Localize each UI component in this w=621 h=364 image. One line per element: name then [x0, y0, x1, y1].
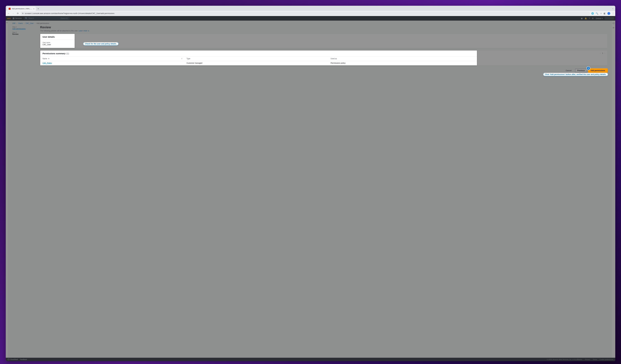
extensions-icon[interactable]: ◧ [604, 12, 606, 15]
breadcrumb: IAM › Users › C4C_User › Add permissions [8, 21, 612, 25]
permissions-table: Name ⧉ ▽ Type Used as [40, 57, 477, 65]
cloudshell-top-icon[interactable]: ▣ [581, 17, 583, 19]
callout-click-add: Click 'Add permissions' button after, ve… [543, 73, 608, 76]
aws-search[interactable]: 🔍 Search [Option+S] [24, 17, 69, 20]
aws-body: ≡ IAM › Users › C4C_User › Add permissio… [6, 21, 615, 358]
policy-type: Customer managed [187, 62, 331, 64]
cookies-link[interactable]: Cookie preferences [600, 359, 613, 360]
copyright: © 2024, Amazon Web Services, Inc. or its… [547, 359, 582, 360]
aws-top-right: ▣ 🔔 ? ⚙ Global ▾ [581, 17, 614, 20]
step-1: Step 1 Add permissions [12, 26, 37, 30]
wizard-row: Step 1 Add permissions Step 2 Review Rev… [8, 25, 612, 76]
services-menu[interactable]: Services [13, 17, 22, 19]
account-menu[interactable] [605, 17, 614, 20]
learn-more-label: Learn more [78, 30, 87, 32]
kebab-menu-icon[interactable]: ⋮ [612, 12, 614, 15]
bookmark-icon[interactable]: ☆ [600, 12, 602, 15]
col-name[interactable]: Name ⧉ ▽ [43, 58, 187, 60]
col-type-label: Type [187, 58, 190, 60]
page-title: Review [40, 25, 607, 29]
browser-window: Add permissions | IAM | Glob × + ⌄ ← → ⟳… [6, 6, 615, 361]
action-row: Cancel Previous 5 Add permissions Click … [40, 68, 607, 74]
pager-page: 1 [602, 52, 603, 54]
user-details-header: User details [40, 34, 75, 40]
pager-prev-icon: ‹ [600, 52, 601, 54]
col-used[interactable]: Used as [330, 58, 475, 60]
cloudshell-icon [8, 359, 9, 360]
crumb-user[interactable]: C4C_User [26, 22, 34, 24]
step-label: Step 2 [12, 32, 37, 33]
permissions-summary-panel: ‹ 1 › Permissions summary (1) [40, 50, 607, 65]
region-selector[interactable]: Global ▾ [596, 17, 603, 19]
profile-avatar[interactable]: • [607, 12, 610, 15]
region-label: Global [596, 17, 601, 19]
notifications-icon[interactable]: 🔔 [585, 17, 587, 19]
col-name-label: Name [43, 58, 47, 60]
callout-check-details: Check for the user and policy details. [83, 42, 119, 46]
nav-back-icon[interactable]: ← [7, 12, 10, 15]
url-text: us-east-1.console.aws.amazon.com/iam/hom… [25, 12, 114, 15]
search-icon: 🔍 [25, 17, 27, 19]
aws-logo[interactable]: aws [7, 17, 11, 19]
policy-link[interactable]: C4C_Policy [43, 62, 52, 64]
history-icon[interactable]: ⟳ [613, 27, 614, 29]
learn-more-link[interactable]: Learn more ⧉ [78, 30, 89, 32]
url-right-icons: 🌐 🔍 ☆ ◧ • ⋮ [591, 12, 614, 15]
step-list: Step 1 Add permissions Step 2 Review [12, 25, 37, 37]
cloudshell-link[interactable]: CloudShell [8, 359, 18, 360]
pager: ‹ 1 › [600, 52, 605, 54]
url-field[interactable]: ⚙ us-east-1.console.aws.amazon.com/iam/h… [21, 12, 590, 15]
crumb-iam[interactable]: IAM [12, 22, 15, 24]
info-icon[interactable]: ⓘ [613, 22, 615, 25]
terms-link[interactable]: Terms [593, 359, 597, 360]
user-name-label: User name [43, 42, 72, 43]
external-link-icon: ⧉ [88, 30, 89, 32]
cancel-button[interactable]: Cancel [564, 69, 574, 72]
permissions-title: Permissions summary [43, 52, 66, 55]
settings-icon[interactable]: ⚙ [592, 17, 594, 19]
left-collapse-handle[interactable]: ≡ [6, 21, 8, 358]
main-area: IAM › Users › C4C_User › Add permissions… [8, 21, 612, 358]
add-permissions-button[interactable]: Add permissions [588, 69, 607, 72]
step-label: Step 1 [12, 26, 37, 28]
step-1-link[interactable]: Add permissions [12, 28, 37, 30]
step-badge-5: 5 [587, 67, 590, 70]
close-tab-icon[interactable]: × [33, 8, 34, 10]
browser-tab[interactable]: Add permissions | IAM | Glob × [7, 7, 36, 11]
translate-icon[interactable]: 🌐 [591, 12, 594, 15]
privacy-link[interactable]: Privacy [585, 359, 590, 360]
help-icon[interactable]: ? [589, 17, 590, 19]
cloudshell-label: CloudShell [10, 359, 18, 360]
user-details-body: User name C4C_User [40, 40, 75, 48]
tab-title: Add permissions | IAM | Glob [12, 8, 32, 10]
col-used-label: Used as [330, 58, 337, 60]
sort-icon[interactable]: ▽ [181, 58, 187, 59]
step-2: Step 2 Review [12, 32, 37, 35]
nav-reload-icon[interactable]: ⟳ [16, 12, 19, 15]
url-bar: ← → ⟳ ⚙ us-east-1.console.aws.amazon.com… [6, 11, 615, 16]
previous-button[interactable]: Previous [575, 69, 587, 72]
content-column: Review The following policies will be at… [40, 25, 607, 74]
table-row: C4C_Policy Customer managed Permissions … [40, 61, 477, 65]
site-controls-icon[interactable]: ⚙ [22, 13, 24, 15]
search-placeholder: Search [29, 17, 34, 19]
desc-text: The following policies will be attached … [40, 30, 78, 32]
new-tab-button[interactable]: + [36, 7, 40, 11]
page-description: The following policies will be attached … [40, 30, 607, 32]
tabs-dropdown-icon[interactable]: ⌄ [612, 7, 614, 9]
nav-forward-icon: → [11, 12, 15, 15]
external-link-icon: ⧉ [48, 58, 49, 60]
tab-strip: Add permissions | IAM | Glob × + ⌄ [6, 6, 615, 11]
chevron-right-icon: › [35, 22, 35, 24]
feedback-link[interactable]: Feedback [20, 359, 27, 360]
policy-used-as: Permissions policy [330, 62, 475, 64]
col-type[interactable]: Type [187, 58, 331, 60]
crumb-users[interactable]: Users [18, 22, 23, 24]
zoom-icon[interactable]: 🔍 [596, 12, 598, 15]
user-name-value: C4C_User [43, 44, 72, 46]
chevron-down-icon: ▾ [602, 17, 603, 19]
user-details-highlight: User details User name C4C_User [40, 34, 75, 48]
step-2-name: Review [12, 33, 37, 35]
aws-console: aws Services 🔍 Search [Option+S] ▣ 🔔 ? ⚙… [6, 16, 615, 361]
permissions-count: (1) [66, 52, 69, 55]
